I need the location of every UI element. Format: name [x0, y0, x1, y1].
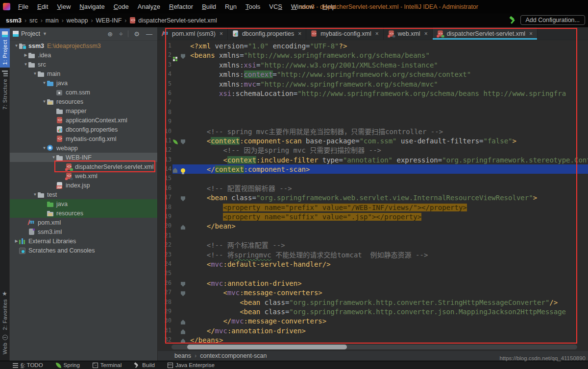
- code-line-19[interactable]: 19 <property name="suffix" value=".jsp">…: [158, 212, 588, 221]
- code-line-13[interactable]: 13 <context:include-filter type="annotat…: [158, 155, 588, 164]
- breadcrumb-item-web-inf[interactable]: WEB-INF: [96, 17, 122, 24]
- code-line-27[interactable]: 27 <mvc:message-converters>: [158, 288, 588, 297]
- status-item-6-todo[interactable]: 6: TODO: [13, 362, 43, 368]
- tree-item-dbconfig-properties[interactable]: dbconfig.properties: [10, 125, 157, 134]
- code-line-26[interactable]: 26 <mvc:annotation-driven>: [158, 278, 588, 288]
- stripe-item-7-structure[interactable]: 7: Structure: [0, 68, 10, 113]
- chevron-down-icon[interactable]: ▼: [32, 71, 38, 76]
- tree-item-mybatis-config-xml[interactable]: mybatis-config.xml: [10, 134, 157, 143]
- menu-tools[interactable]: Tools: [241, 0, 265, 14]
- code-line-3[interactable]: 3 xmlns:xsi="http://www.w3.org/2001/XMLS…: [158, 60, 588, 69]
- status-item-spring[interactable]: Spring: [56, 362, 80, 368]
- code-line-29[interactable]: 29 <bean class="org.springframework.http…: [158, 307, 588, 316]
- code-line-32[interactable]: 32</beans>: [158, 335, 588, 345]
- code-line-8[interactable]: 8: [158, 108, 588, 117]
- menu-navigate[interactable]: Navigate: [75, 0, 109, 14]
- close-icon[interactable]: ×: [220, 30, 223, 37]
- code-line-12[interactable]: 12 <!-- 因为是spring mvc 只需要扫描控制器 -->: [158, 145, 588, 155]
- code-line-31[interactable]: 31 </mvc:annotation-driven>: [158, 326, 588, 335]
- tree-item-mapper[interactable]: mapper: [10, 106, 157, 115]
- breadcrumb-item-dispatcherservlet-servlet-xml[interactable]: dispatcherServlet-servlet.xml: [129, 17, 217, 24]
- breadcrumb-item-webapp[interactable]: webapp: [67, 17, 88, 24]
- tree-item-web-xml[interactable]: web.xml: [10, 171, 157, 181]
- chevron-right-icon[interactable]: ▶: [14, 239, 19, 243]
- code-line-6[interactable]: 6 xsi:schemaLocation="http://www.springf…: [158, 89, 588, 98]
- code-line-9[interactable]: 9: [158, 117, 588, 126]
- code-line-15[interactable]: 15: [158, 174, 588, 183]
- chevron-down-icon[interactable]: ▼: [51, 155, 56, 160]
- code-line-2[interactable]: 2<beans xmlns="http://www.springframewor…: [158, 50, 588, 60]
- tree-item-index-jsp[interactable]: index.jsp: [10, 181, 157, 190]
- code-line-7[interactable]: 7: [158, 98, 588, 107]
- tree-item-ssm3[interactable]: ▼ssm3E:\ideaproject\ssm3: [10, 41, 157, 50]
- tree-item-web-inf[interactable]: ▼WEB-INF: [10, 153, 157, 162]
- editor-breadcrumb-context-component-scan[interactable]: context:component-scan: [200, 352, 267, 359]
- code-line-14[interactable]: 14 </context:component-scan>: [158, 164, 588, 174]
- tab-pom-xml-ssm3[interactable]: pom.xml (ssm3)×: [158, 27, 228, 40]
- locate-file-icon[interactable]: ⊕: [105, 30, 115, 38]
- close-icon[interactable]: ×: [375, 30, 379, 37]
- tab-web-xml[interactable]: web.xml×: [384, 27, 433, 40]
- code-line-24[interactable]: 24 <mvc:default-servlet-handler/>: [158, 259, 588, 269]
- tree-item-java[interactable]: ▼java: [10, 78, 157, 88]
- menu-run[interactable]: Run: [220, 0, 241, 14]
- tree-item-pom-xml[interactable]: pom.xml: [10, 218, 157, 227]
- breadcrumb-item-main[interactable]: main: [46, 17, 59, 24]
- tab-mybatis-config-xml[interactable]: mybatis-config.xml×: [306, 27, 384, 40]
- tree-item-idea[interactable]: ▶.idea: [10, 50, 157, 60]
- tab-dispatcherservlet-servlet-xml[interactable]: dispatcherServlet-servlet.xml×: [433, 27, 538, 40]
- code-line-18[interactable]: 18 <property name="prefix" value="/WEB-I…: [158, 203, 588, 212]
- menu-vcs[interactable]: VCS: [265, 0, 287, 14]
- tree-item-com-ssm[interactable]: com.ssm: [10, 88, 157, 97]
- collapse-all-icon[interactable]: ÷: [117, 30, 124, 38]
- close-icon[interactable]: ×: [424, 30, 428, 37]
- breadcrumb-item-src[interactable]: src: [29, 17, 38, 24]
- gear-icon[interactable]: ⚙: [132, 30, 142, 38]
- chevron-down-icon[interactable]: ▼: [42, 81, 47, 85]
- code-line-17[interactable]: 17 <bean class="org.springframework.web.…: [158, 193, 588, 202]
- editor-breadcrumb-beans[interactable]: beans: [174, 352, 191, 359]
- tree-item-dispatcherservlet-servlet-xml[interactable]: dispatcherServlet-servlet.xml: [10, 162, 157, 171]
- code-line-16[interactable]: 16 <!-- 配置视图解析器 -->: [158, 184, 588, 193]
- chevron-down-icon[interactable]: ▼: [42, 99, 47, 104]
- menu-file[interactable]: File: [14, 0, 33, 14]
- chevron-down-icon[interactable]: ▼: [32, 192, 38, 197]
- horizontal-scrollbar-thumb[interactable]: [187, 345, 347, 349]
- tree-item-src[interactable]: ▼src: [10, 60, 157, 69]
- code-line-30[interactable]: 30 </mvc:message-converters>: [158, 316, 588, 325]
- tree-item-scratches-and-consoles[interactable]: Scratches and Consoles: [10, 246, 157, 255]
- project-panel-title[interactable]: Project: [21, 30, 40, 37]
- code-line-22[interactable]: 22 <!-- 两个标准配置 -->: [158, 240, 588, 250]
- chevron-down-icon[interactable]: ▼: [23, 62, 28, 67]
- horizontal-scrollbar-track[interactable]: [172, 345, 577, 349]
- code-line-11[interactable]: 11 <context:component-scan base-package=…: [158, 136, 588, 145]
- code-line-10[interactable]: 10 <!-- spring mvc主要作用就是充当控制器，只需要扫描contr…: [158, 127, 588, 136]
- chevron-right-icon[interactable]: ▶: [23, 53, 28, 57]
- tree-item-ssm3-iml[interactable]: ssm3.iml: [10, 227, 157, 236]
- tree-item-main[interactable]: ▼main: [10, 69, 157, 78]
- tree-item-resources[interactable]: resources: [10, 208, 157, 218]
- chevron-down-icon[interactable]: ▼: [42, 146, 47, 150]
- code-line-25[interactable]: 25: [158, 269, 588, 278]
- gutter-bulb-icon[interactable]: [181, 166, 185, 174]
- code-line-4[interactable]: 4 xmlns:context="http://www.springframew…: [158, 69, 588, 79]
- menu-analyze[interactable]: Analyze: [133, 0, 165, 14]
- tree-item-test[interactable]: ▼test: [10, 190, 157, 199]
- stripe-item-1-project[interactable]: 1: Project: [0, 28, 10, 68]
- menu-build[interactable]: Build: [197, 0, 220, 14]
- code-line-23[interactable]: 23 <!-- 将springmvc 不能处理的请求交给tomcat 例如静态资…: [158, 250, 588, 259]
- build-hammer-icon[interactable]: [509, 17, 516, 24]
- menu-code[interactable]: Code: [109, 0, 133, 14]
- stripe-item-web[interactable]: Web: [0, 332, 10, 357]
- tree-item-applicationcontext-xml[interactable]: applicationContext.xml: [10, 115, 157, 125]
- code-line-1[interactable]: 1<?xml version="1.0" encoding="UTF-8"?>: [158, 41, 588, 50]
- menu-refactor[interactable]: Refactor: [165, 0, 197, 14]
- tree-item-java[interactable]: java: [10, 199, 157, 208]
- status-item-java-enterprise[interactable]: Java Enterprise: [168, 362, 215, 368]
- hide-panel-icon[interactable]: —: [144, 30, 154, 38]
- close-icon[interactable]: ×: [529, 30, 533, 37]
- stripe-item-2-favorites[interactable]: ★2: Favorites: [0, 288, 10, 333]
- code-line-20[interactable]: 20 </bean>: [158, 221, 588, 231]
- menu-edit[interactable]: Edit: [33, 0, 52, 14]
- code-line-5[interactable]: 5 xmlns:mvc="http://www.springframework.…: [158, 79, 588, 89]
